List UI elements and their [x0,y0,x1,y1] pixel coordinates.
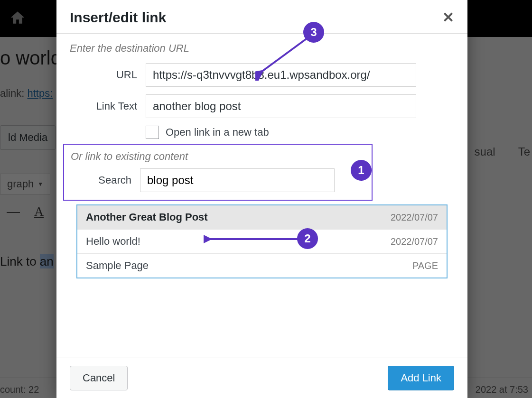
search-input[interactable] [140,168,335,192]
annotation-badge-2: 2 [297,228,318,249]
linktext-label: Link Text [70,100,146,112]
result-title: Another Great Blog Post [86,211,208,223]
result-title: Sample Page [86,259,149,272]
search-row: Search [71,168,364,192]
close-icon: ✕ [442,9,454,25]
annotation-badge-3: 3 [303,22,324,43]
linktext-input[interactable] [146,94,416,118]
insert-link-modal: Insert/edit link ✕ Enter the destination… [56,0,467,398]
result-item[interactable]: Hello world! 2022/07/07 [77,230,447,254]
result-item[interactable]: Another Great Blog Post 2022/07/07 [77,205,447,230]
result-meta: 2022/07/07 [391,236,438,247]
modal-title: Insert/edit link [70,9,166,26]
close-button[interactable]: ✕ [442,10,454,25]
result-meta: PAGE [412,260,438,271]
existing-content-block: Or link to existing content Search [63,144,373,201]
newtab-checkbox[interactable] [146,126,159,139]
search-label: Search [71,174,140,186]
newtab-label: Open link in a new tab [166,126,269,139]
modal-header: Insert/edit link ✕ [56,0,467,34]
url-input[interactable] [146,63,416,87]
url-row: URL [70,63,454,87]
destination-section-label: Enter the destination URL [70,42,454,55]
linktext-row: Link Text [70,94,454,118]
result-title: Hello world! [86,235,140,248]
result-meta: 2022/07/07 [391,212,438,223]
existing-section-label: Or link to existing content [71,150,364,163]
result-item[interactable]: Sample Page PAGE [77,254,447,278]
search-results: Another Great Blog Post 2022/07/07 Hello… [76,204,448,278]
cancel-button[interactable]: Cancel [70,366,128,390]
modal-footer: Cancel Add Link [56,358,467,398]
annotation-badge-1: 1 [351,160,372,181]
add-link-button[interactable]: Add Link [388,366,454,390]
modal-body: Enter the destination URL URL Link Text … [56,34,467,358]
newtab-row: Open link in a new tab [146,126,454,139]
url-label: URL [70,69,146,81]
